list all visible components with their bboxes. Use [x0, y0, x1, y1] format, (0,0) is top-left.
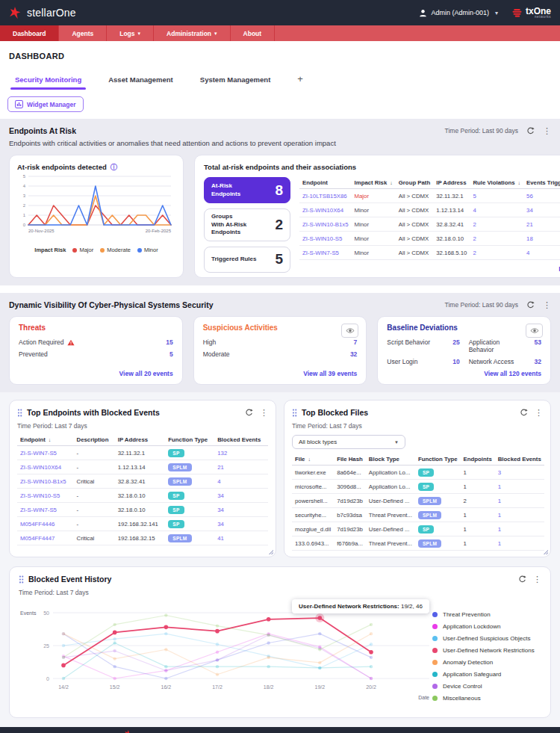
stat-triggered-rules[interactable]: Triggered Rules5 [204, 247, 290, 273]
svg-text:Events: Events [20, 610, 37, 616]
detected-legend: Impact Risk MajorModerateMinor [17, 247, 175, 253]
events-triggered-link[interactable]: 56 [526, 193, 533, 200]
table-row: securityhe...b7c93dsaThreat Prevent...SP… [292, 508, 544, 522]
blocked-events-link[interactable]: 4 [217, 478, 220, 485]
drag-handle-icon[interactable] [19, 575, 24, 584]
rule-violations-link[interactable]: 5 [473, 193, 476, 200]
stellarone-logo-icon [9, 7, 22, 19]
visibility-toggle-button[interactable] [526, 324, 543, 338]
metric-value-link[interactable]: 32 [535, 358, 541, 365]
endpoint-link[interactable]: ZI-S-WIN10X64 [20, 464, 61, 471]
more-options-button[interactable]: ⋮ [535, 409, 543, 417]
baseline-view-all-link[interactable]: View all 120 events [387, 365, 541, 377]
widget-icon [15, 100, 23, 108]
blocked-events-link[interactable]: 1 [498, 498, 501, 504]
rule-violations-link[interactable]: 2 [473, 235, 476, 242]
blocked-events-link[interactable]: 1 [498, 540, 501, 547]
block-type-filter-select[interactable]: All block types ▼ [292, 435, 405, 449]
blocked-events-link[interactable]: 34 [217, 492, 224, 499]
blocked-events-link[interactable]: 132 [217, 450, 227, 457]
refresh-button[interactable] [245, 409, 253, 417]
endpoint-link[interactable]: ZI-10LTSB15X86 [302, 193, 347, 200]
tab-asset-management[interactable]: Asset Management [108, 75, 173, 90]
legend-dot [432, 672, 438, 677]
events-triggered-link[interactable]: 4 [526, 250, 529, 256]
blocked-events-link[interactable]: 1 [498, 483, 501, 490]
drag-handle-icon[interactable] [17, 409, 22, 417]
stat-groups-with-at-risk-endpoints[interactable]: Groups With At-Risk Endpoints2 [204, 208, 290, 241]
rule-violations-link[interactable]: 2 [473, 221, 476, 228]
column-header-rule-violations[interactable]: Rule Violations ↓ [470, 177, 523, 189]
more-options-button[interactable]: ⋮ [260, 409, 268, 417]
widget-manager-button[interactable]: Widget Manager [7, 96, 84, 112]
more-options-button[interactable]: ⋮ [543, 301, 551, 309]
refresh-button[interactable] [520, 409, 528, 417]
endpoint-link[interactable]: ZI-S-WIN10X64 [302, 207, 343, 214]
endpoint-link[interactable]: ZI-S-WIN7-S5 [302, 250, 339, 256]
metric-label: Moderate [203, 350, 230, 358]
threats-view-all-link[interactable]: View all 20 events [19, 365, 173, 377]
user-menu[interactable]: Admin (Admin-001) ▾ [419, 9, 498, 17]
rule-violations-link[interactable]: 4 [473, 207, 476, 214]
blocked-events-link[interactable]: 34 [217, 521, 224, 528]
column-header-events-triggered[interactable]: Events Triggered ↓ [523, 177, 560, 189]
resize-handle[interactable] [543, 549, 548, 554]
resize-handle[interactable] [268, 549, 273, 554]
events-triggered-link[interactable]: 21 [526, 221, 533, 228]
svg-text:19/2: 19/2 [315, 684, 326, 690]
suspicious-view-all-link[interactable]: View all 39 events [203, 365, 358, 377]
tab-security-monitoring[interactable]: Security Monitoring [15, 75, 81, 90]
events-triggered-link[interactable]: 34 [526, 207, 533, 214]
metric-value-link[interactable]: 53 [535, 338, 541, 353]
endpoint-link[interactable]: ZI-S-WIN10-S5 [302, 235, 342, 242]
full-list-link[interactable]: Full list [299, 265, 560, 273]
metric-value-link[interactable]: 5 [169, 350, 173, 358]
blocked-events-link[interactable]: 21 [217, 464, 224, 471]
blocked-events-link[interactable]: 34 [217, 507, 224, 513]
endpoint-link[interactable]: ZI-S-WIN10-S5 [20, 492, 60, 499]
add-tab-button[interactable]: + [297, 73, 303, 90]
metric-value-link[interactable]: 7 [354, 338, 358, 346]
column-header-file[interactable]: File ↓ [292, 454, 334, 466]
blocked-events-link[interactable]: 3 [498, 469, 501, 476]
nav-item-agents[interactable]: Agents [59, 25, 106, 41]
column-header-impact-risk[interactable]: Impact Risk ↓ [352, 177, 396, 189]
blocked-events-link[interactable]: 41 [217, 535, 224, 542]
nav-item-logs[interactable]: Logs▾ [107, 25, 153, 41]
metric-value-link[interactable]: 15 [166, 338, 172, 346]
nav-item-dashboard[interactable]: Dashboard [0, 25, 58, 41]
more-options-button[interactable]: ⋮ [543, 127, 551, 135]
stat-at-risk-endpoints[interactable]: At-Risk Endpoints8 [204, 177, 290, 203]
ip-address-cell: 1.12.13.14 [115, 460, 166, 474]
nav-item-administration[interactable]: Administration▾ [154, 25, 230, 41]
endpoint-link[interactable]: ZI-S-WIN7-S5 [20, 507, 57, 513]
refresh-button[interactable] [518, 575, 526, 584]
endpoint-link[interactable]: M054FF4447 [20, 535, 55, 542]
tab-system-management[interactable]: System Management [200, 75, 271, 90]
refresh-button[interactable] [526, 127, 535, 135]
metric-value-link[interactable]: 25 [452, 338, 459, 353]
endpoint-link[interactable]: M054FF4446 [20, 521, 55, 528]
legend-item-device-control: Device Control [432, 683, 541, 690]
visibility-toggle-button[interactable] [341, 324, 358, 338]
endpoint-link[interactable]: ZI-S-WIN10-B1x5 [302, 221, 349, 228]
more-options-button[interactable]: ⋮ [533, 575, 541, 584]
rule-violations-link[interactable]: 2 [473, 250, 476, 256]
refresh-button[interactable] [526, 301, 535, 309]
column-header-endpoint[interactable]: Endpoint ↓ [17, 434, 74, 446]
drag-handle-icon[interactable] [292, 409, 297, 417]
endpoint-link[interactable]: ZI-S-WIN7-S5 [20, 450, 57, 457]
block-type-cell: Application Lo... [366, 466, 415, 480]
blocked-events-link[interactable]: 1 [498, 526, 501, 533]
metric-value-link[interactable]: 10 [452, 358, 459, 365]
blocked-events-link[interactable]: 1 [498, 512, 501, 519]
endpoint-link[interactable]: ZI-S-WIN10-B1x5 [20, 478, 66, 485]
metric-value-link[interactable]: 32 [350, 350, 357, 358]
metric-row-prevented: Prevented5 [19, 350, 173, 358]
nav-item-about[interactable]: About [231, 25, 275, 41]
info-icon[interactable]: ⓘ [111, 164, 118, 171]
events-triggered-link[interactable]: 18 [526, 235, 533, 242]
impact-risk-cell: Major [352, 189, 396, 203]
stat-value: 2 [275, 217, 283, 233]
table-row: ZI-S-WIN7-S5MinorAll > CDMX32.168.5.1024 [299, 246, 560, 260]
